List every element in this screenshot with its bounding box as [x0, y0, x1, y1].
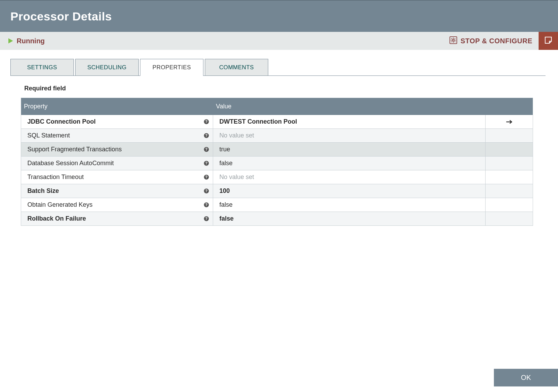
- tab-label: SETTINGS: [27, 64, 57, 70]
- property-action: [486, 184, 533, 198]
- table-row[interactable]: Batch Size?100: [21, 184, 533, 198]
- svg-text:?: ?: [205, 119, 207, 124]
- properties-body: Required field Property Value JDBC Conne…: [10, 76, 546, 226]
- notes-button[interactable]: [539, 32, 558, 50]
- col-header-value: Value: [213, 98, 486, 115]
- svg-text:?: ?: [205, 189, 207, 193]
- property-value: DWTEST Connection Pool: [213, 115, 486, 128]
- property-value: false: [213, 157, 486, 170]
- svg-point-2: [452, 39, 454, 41]
- help-icon[interactable]: ?: [203, 146, 209, 152]
- col-header-property: Property: [21, 98, 213, 115]
- property-action: [486, 143, 533, 156]
- property-value: 100: [213, 184, 486, 198]
- property-name: Database Session AutoCommit: [27, 160, 201, 167]
- tab-label: SCHEDULING: [87, 64, 127, 70]
- help-icon[interactable]: ?: [203, 188, 209, 194]
- property-cell: JDBC Connection Pool?: [21, 115, 213, 128]
- property-cell: Batch Size?: [21, 184, 213, 198]
- stop-gear-icon: [450, 36, 457, 46]
- property-cell: SQL Statement?: [21, 129, 213, 142]
- svg-text:?: ?: [205, 203, 207, 207]
- svg-text:?: ?: [205, 133, 207, 137]
- property-name: Support Fragmented Transactions: [27, 146, 201, 153]
- table-row[interactable]: Transaction Timeout?No value set: [21, 170, 533, 184]
- table-header: Property Value: [21, 98, 533, 115]
- tabs: SETTINGS SCHEDULING PROPERTIES COMMENTS: [10, 59, 546, 76]
- property-name: Transaction Timeout: [27, 173, 201, 181]
- status-left: Running: [7, 37, 45, 45]
- goto-arrow-icon[interactable]: [505, 118, 513, 126]
- status-bar: Running STOP & CONFIGUR: [0, 32, 558, 50]
- ok-button[interactable]: OK: [494, 369, 558, 386]
- property-cell: Support Fragmented Transactions?: [21, 143, 213, 156]
- table-row[interactable]: Obtain Generated Keys?false: [21, 198, 533, 212]
- table-row[interactable]: Rollback On Failure?false: [21, 212, 533, 226]
- property-value: No value set: [213, 129, 486, 142]
- property-name: Batch Size: [27, 187, 201, 195]
- svg-text:?: ?: [205, 161, 207, 165]
- required-field-label: Required field: [21, 85, 533, 92]
- property-value: No value set: [213, 170, 486, 184]
- sticky-note-icon: [544, 36, 552, 46]
- tab-scheduling[interactable]: SCHEDULING: [75, 59, 139, 75]
- stop-configure-button[interactable]: STOP & CONFIGURE: [443, 32, 539, 50]
- col-header-actions: [486, 98, 533, 115]
- status-text: Running: [17, 37, 45, 45]
- table-row[interactable]: SQL Statement?No value set: [21, 129, 533, 143]
- svg-line-9: [451, 41, 452, 42]
- svg-line-7: [451, 38, 452, 39]
- property-cell: Database Session AutoCommit?: [21, 157, 213, 170]
- property-action: [486, 170, 533, 184]
- ok-label: OK: [521, 374, 531, 381]
- svg-text:?: ?: [205, 147, 207, 151]
- property-value: true: [213, 143, 486, 156]
- play-icon: [7, 37, 14, 44]
- table-row[interactable]: Database Session AutoCommit?false: [21, 157, 533, 170]
- properties-table: Property Value JDBC Connection Pool?DWTE…: [21, 98, 533, 226]
- processor-details-dialog: Processor Details Running: [0, 0, 558, 392]
- dialog-title: Processor Details: [10, 10, 112, 23]
- svg-marker-0: [8, 38, 13, 44]
- table-row[interactable]: Support Fragmented Transactions?true: [21, 143, 533, 157]
- dialog-header: Processor Details: [0, 0, 558, 32]
- property-name: JDBC Connection Pool: [27, 118, 201, 125]
- property-cell: Transaction Timeout?: [21, 170, 213, 184]
- svg-text:?: ?: [205, 175, 207, 179]
- table-row[interactable]: JDBC Connection Pool?DWTEST Connection P…: [21, 115, 533, 129]
- help-icon[interactable]: ?: [203, 202, 209, 208]
- tab-label: COMMENTS: [219, 64, 254, 70]
- help-icon[interactable]: ?: [203, 216, 209, 222]
- help-icon[interactable]: ?: [203, 160, 209, 166]
- property-name: SQL Statement: [27, 132, 201, 139]
- tab-properties[interactable]: PROPERTIES: [140, 59, 203, 75]
- help-icon[interactable]: ?: [203, 174, 209, 180]
- status-right: STOP & CONFIGURE: [443, 32, 558, 50]
- tab-comments[interactable]: COMMENTS: [205, 59, 268, 75]
- stop-configure-label: STOP & CONFIGURE: [461, 37, 532, 45]
- tab-label: PROPERTIES: [152, 64, 191, 70]
- property-value: false: [213, 198, 486, 212]
- help-icon[interactable]: ?: [203, 133, 209, 139]
- property-action: [486, 157, 533, 170]
- property-action: [486, 129, 533, 142]
- property-cell: Rollback On Failure?: [21, 212, 213, 225]
- property-cell: Obtain Generated Keys?: [21, 198, 213, 212]
- svg-line-10: [454, 38, 455, 39]
- property-value: false: [213, 212, 486, 225]
- property-action: [486, 212, 533, 225]
- tab-settings[interactable]: SETTINGS: [10, 59, 74, 75]
- help-icon[interactable]: ?: [203, 119, 209, 125]
- property-action: [486, 198, 533, 212]
- dialog-footer: OK: [494, 369, 558, 386]
- table-body: JDBC Connection Pool?DWTEST Connection P…: [21, 115, 533, 226]
- property-name: Obtain Generated Keys: [27, 201, 201, 208]
- property-action: [486, 115, 533, 128]
- tabs-container: SETTINGS SCHEDULING PROPERTIES COMMENTS …: [0, 50, 558, 226]
- svg-line-8: [454, 41, 455, 42]
- property-name: Rollback On Failure: [27, 215, 201, 222]
- svg-text:?: ?: [205, 216, 207, 221]
